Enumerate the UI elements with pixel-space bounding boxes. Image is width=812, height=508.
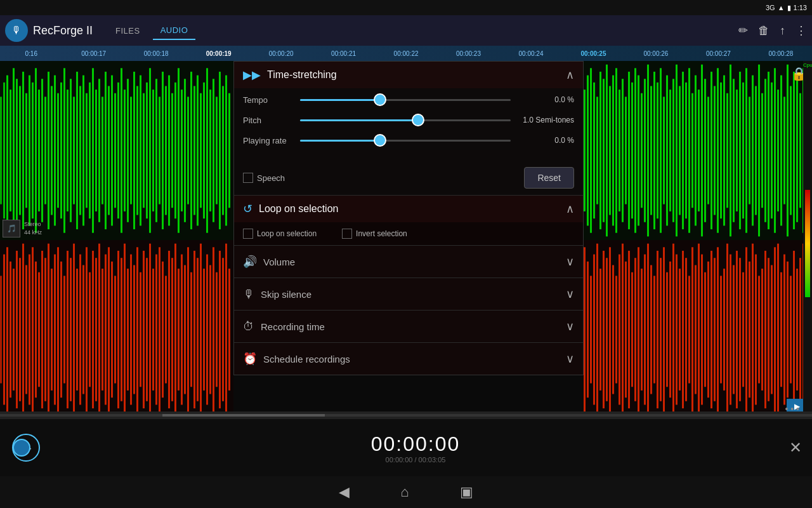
- tab-files[interactable]: FILES: [108, 22, 148, 39]
- trash-icon[interactable]: 🗑: [758, 24, 769, 37]
- invert-selection-checkbox[interactable]: [342, 229, 352, 239]
- svg-rect-65: [203, 83, 205, 218]
- tick-0: 0:16: [0, 50, 62, 57]
- svg-rect-289: [796, 269, 798, 391]
- back-button[interactable]: ◀: [339, 484, 350, 500]
- svg-rect-143: [216, 272, 218, 387]
- recording-time-section[interactable]: ⏱ Recording time ∨: [234, 311, 583, 343]
- svg-rect-32: [98, 79, 100, 222]
- svg-rect-280: [768, 258, 769, 401]
- svg-rect-50: [155, 79, 157, 222]
- svg-rect-212: [783, 97, 785, 204]
- svg-rect-90: [48, 244, 49, 416]
- home-button[interactable]: ⌂: [400, 484, 409, 500]
- svg-rect-5: [13, 68, 15, 232]
- schedule-recordings-section[interactable]: ⏰ Schedule recordings ∨: [234, 343, 583, 375]
- svg-rect-262: [710, 251, 712, 408]
- svg-rect-43: [133, 72, 135, 229]
- svg-rect-284: [780, 272, 782, 387]
- app-title: RecForge II: [33, 24, 93, 37]
- panel-overlay: ▶▶ Time-stretching ∧ Tempo 0.0 % Pitch: [233, 61, 584, 375]
- svg-rect-187: [704, 79, 706, 222]
- svg-rect-251: [676, 255, 678, 405]
- loop-on-selection-wrap: Loop on selection: [243, 229, 317, 239]
- svg-rect-47: [146, 83, 148, 218]
- svg-rect-105: [95, 258, 97, 401]
- svg-rect-25: [76, 72, 78, 229]
- svg-rect-121: [146, 258, 148, 401]
- playing-rate-slider[interactable]: [300, 134, 511, 147]
- svg-rect-147: [228, 269, 230, 391]
- svg-rect-108: [105, 255, 107, 405]
- svg-rect-192: [720, 83, 722, 218]
- svg-rect-34: [105, 72, 107, 229]
- status-bar: 3G ▲ ▮ 1:13: [0, 0, 812, 15]
- invert-selection-label: Invert selection: [356, 229, 407, 238]
- svg-rect-164: [631, 83, 633, 218]
- loop-header[interactable]: ↺ Loop on selection ∧: [234, 196, 583, 222]
- svg-rect-228: [603, 251, 605, 408]
- reset-button[interactable]: Reset: [524, 167, 574, 189]
- svg-rect-224: [590, 276, 592, 383]
- recents-button[interactable]: ▣: [460, 484, 473, 500]
- loop-on-selection-checkbox[interactable]: [243, 229, 253, 239]
- play-indicator-dot: [13, 439, 30, 457]
- svg-rect-28: [86, 93, 88, 208]
- svg-rect-285: [783, 255, 785, 405]
- skip-silence-section[interactable]: 🎙 Skip silence ∨: [234, 278, 583, 311]
- svg-rect-144: [219, 251, 221, 408]
- main-time: 00:00:00: [52, 432, 779, 456]
- svg-rect-209: [774, 68, 776, 232]
- svg-rect-138: [200, 244, 202, 416]
- pencil-icon[interactable]: ✏: [738, 23, 748, 37]
- svg-rect-72: [225, 76, 227, 226]
- svg-rect-174: [663, 97, 665, 204]
- svg-rect-201: [749, 97, 750, 204]
- svg-rect-55: [171, 93, 173, 208]
- svg-rect-248: [666, 272, 668, 387]
- tempo-slider[interactable]: [300, 93, 511, 106]
- svg-rect-271: [739, 258, 741, 401]
- time-stretching-header[interactable]: ▶▶ Time-stretching ∧: [234, 62, 583, 88]
- track-info: 🎵 Stereo 44 kHz: [3, 220, 42, 237]
- svg-rect-200: [745, 68, 747, 232]
- svg-rect-98: [73, 244, 75, 416]
- svg-rect-42: [130, 97, 132, 204]
- svg-rect-257: [695, 265, 697, 394]
- svg-rect-106: [98, 244, 100, 416]
- svg-rect-18: [54, 76, 56, 226]
- tick-4: 00:00:20: [250, 50, 312, 57]
- svg-rect-81: [19, 258, 21, 401]
- svg-rect-136: [193, 251, 195, 408]
- scrollbar[interactable]: [0, 411, 812, 419]
- share-icon[interactable]: ↑: [780, 24, 785, 37]
- svg-rect-45: [140, 76, 141, 226]
- svg-rect-214: [790, 86, 792, 215]
- svg-rect-1: [0, 97, 2, 204]
- tick-6: 00:00:22: [375, 50, 437, 57]
- invert-selection-wrap: Invert selection: [342, 229, 407, 239]
- svg-rect-113: [121, 258, 122, 401]
- svg-rect-91: [51, 269, 53, 391]
- speech-checkbox[interactable]: [243, 173, 253, 183]
- schedule-icon: ⏰: [243, 352, 257, 366]
- svg-rect-12: [35, 68, 37, 232]
- tick-5: 00:00:21: [312, 50, 374, 57]
- svg-rect-135: [190, 272, 192, 387]
- pitch-slider[interactable]: [300, 114, 511, 126]
- close-button[interactable]: ✕: [789, 439, 802, 457]
- svg-rect-281: [771, 265, 773, 394]
- tab-audio[interactable]: AUDIO: [153, 22, 196, 40]
- volume-section[interactable]: 🔊 Volume ∨: [234, 246, 583, 278]
- battery-icon: ▮: [787, 4, 791, 12]
- svg-rect-227: [599, 269, 601, 391]
- svg-rect-241: [644, 255, 646, 405]
- svg-rect-70: [219, 72, 221, 229]
- svg-rect-114: [124, 244, 126, 416]
- svg-rect-254: [685, 258, 687, 401]
- svg-rect-290: [799, 258, 801, 401]
- more-icon[interactable]: ⋮: [796, 23, 807, 37]
- skip-silence-icon: 🎙: [243, 288, 254, 301]
- tempo-label: Tempo: [243, 95, 300, 105]
- svg-rect-232: [615, 276, 617, 383]
